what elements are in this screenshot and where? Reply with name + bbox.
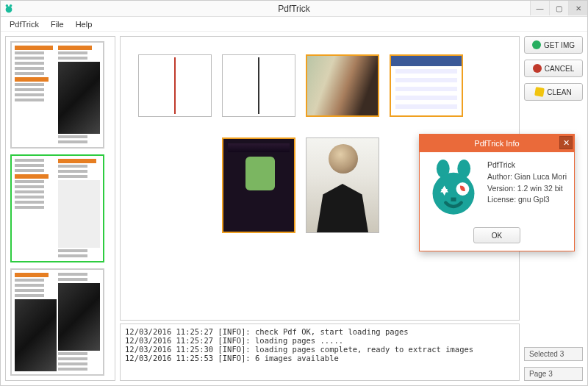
page-thumbnail[interactable] (10, 154, 104, 262)
app-icon (4, 4, 14, 14)
bunny-logo-icon (427, 160, 480, 218)
button-label: GET IMG (544, 41, 575, 49)
button-label: CANCEL (545, 65, 575, 73)
maximize-button[interactable]: ▢ (549, 1, 568, 15)
menu-file[interactable]: File (45, 18, 70, 30)
broom-icon (534, 87, 545, 97)
extracted-image[interactable] (390, 54, 463, 117)
log-line: 12/03/2016 11:25:27 [INFO]: check Pdf OK… (125, 327, 409, 336)
selected-count: Selected 3 (524, 347, 583, 361)
dialog-author: Author: Gian Luca Mori (487, 171, 567, 183)
dialog-button-row: OK (420, 223, 574, 251)
page-thumbnail-sidebar[interactable] (5, 36, 115, 381)
menu-pdftrick[interactable]: PdfTrick (4, 18, 45, 30)
button-label: CLEAN (547, 88, 571, 96)
dialog-body: PdfTrick Author: Gian Luca Mori Version:… (420, 152, 574, 223)
page-indicator: Page 3 (524, 367, 583, 381)
log-line: 12/03/2016 11:25:53 [INFO]: 6 images ava… (125, 354, 339, 362)
window-title: PdfTrick (278, 4, 310, 14)
cancel-button[interactable]: CANCEL (524, 60, 583, 77)
get-img-button[interactable]: GET IMG (524, 36, 583, 54)
titlebar: PdfTrick — ▢ ✕ (1, 1, 587, 17)
download-icon (532, 40, 541, 49)
cancel-icon (533, 64, 542, 73)
extracted-image[interactable] (306, 54, 379, 117)
button-label: OK (492, 232, 502, 240)
log-line: 12/03/2016 11:25:27 [INFO]: loading page… (125, 336, 343, 345)
dialog-ok-button[interactable]: OK (473, 227, 520, 243)
dialog-title-text: PdfTrick Info (474, 139, 519, 148)
svg-point-0 (6, 6, 12, 12)
menubar: PdfTrick File Help (1, 17, 587, 32)
dialog-app-name: PdfTrick (487, 160, 567, 171)
dialog-version: Version: 1.2 win 32 bit (487, 183, 567, 195)
log-line: 12/03/2016 11:25:30 [INFO]: loading page… (125, 345, 473, 354)
extracted-image[interactable] (222, 137, 295, 233)
extracted-image[interactable] (306, 137, 379, 233)
close-button[interactable]: ✕ (568, 1, 587, 15)
info-dialog: PdfTrick Info ✕ PdfTrick Author: Gian Lu… (419, 134, 575, 251)
clean-button[interactable]: CLEAN (524, 83, 583, 101)
dialog-license: License: gnu Gpl3 (487, 194, 567, 206)
extracted-image[interactable] (138, 54, 212, 117)
extracted-image[interactable] (222, 54, 295, 117)
dialog-info: PdfTrick Author: Gian Luca Mori Version:… (487, 160, 567, 218)
log-output[interactable]: 12/03/2016 11:25:27 [INFO]: check Pdf OK… (120, 324, 520, 381)
svg-rect-9 (451, 198, 456, 201)
svg-point-2 (10, 4, 12, 7)
menu-help[interactable]: Help (70, 18, 98, 30)
page-thumbnail[interactable] (10, 268, 104, 376)
dialog-close-button[interactable]: ✕ (559, 136, 573, 149)
dialog-titlebar[interactable]: PdfTrick Info ✕ (420, 135, 574, 152)
minimize-button[interactable]: — (530, 1, 549, 15)
svg-point-1 (6, 4, 9, 7)
window-controls: — ▢ ✕ (530, 1, 587, 15)
page-thumbnail[interactable] (10, 41, 104, 149)
